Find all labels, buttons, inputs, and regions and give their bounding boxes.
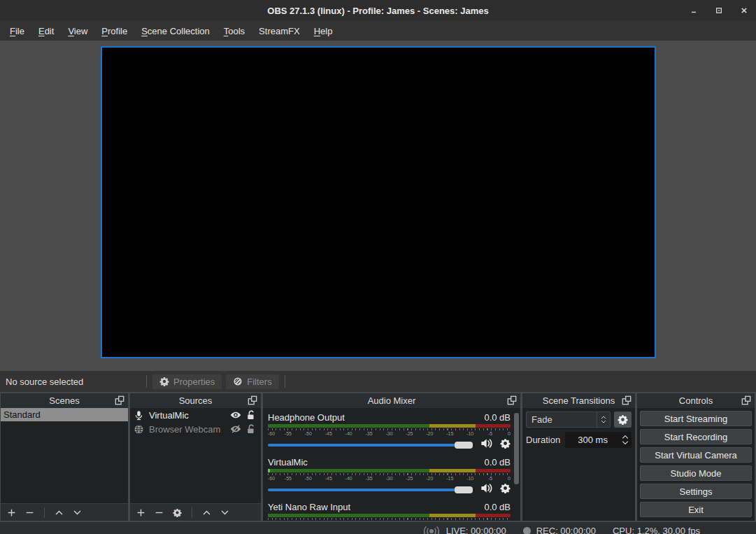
- volume-slider-handle[interactable]: [455, 442, 473, 449]
- start-recording-button[interactable]: Start Recording: [640, 429, 752, 444]
- duration-spinbox[interactable]: 300 ms: [565, 432, 632, 448]
- popout-icon[interactable]: [741, 395, 751, 405]
- source-name: Browser Webcam: [149, 424, 225, 435]
- transition-selected-value: Fade: [527, 414, 597, 425]
- meter-tick-label: -55: [285, 520, 292, 521]
- meter-tick-label: -10: [466, 430, 473, 437]
- sources-list: VirtualMic Browser Webcam: [130, 408, 261, 503]
- lock-open-icon[interactable]: [246, 423, 257, 435]
- scenes-list: Standard: [1, 408, 128, 503]
- channel-volume-db: 0.0 dB: [484, 502, 511, 512]
- filter-icon: [233, 377, 243, 386]
- globe-icon: [134, 424, 144, 435]
- duration-value: 300 ms: [565, 435, 620, 445]
- toolbar-divider: [44, 507, 45, 518]
- meter-tick-label: -45: [325, 430, 332, 437]
- meter-tick-label: -55: [285, 475, 292, 482]
- channel-gear-icon[interactable]: [500, 483, 511, 496]
- meter-tick-label: -60: [268, 430, 275, 437]
- popout-icon[interactable]: [248, 395, 257, 405]
- speaker-icon[interactable]: [480, 482, 493, 498]
- lock-open-icon[interactable]: [246, 409, 257, 421]
- menu-edit[interactable]: Edit: [31, 23, 61, 39]
- channel-gear-icon[interactable]: [500, 438, 511, 451]
- controls-body: Start Streaming Start Recording Start Vi…: [637, 408, 755, 521]
- scene-transitions-body: Fade Duration 300 ms: [522, 408, 635, 521]
- meter-tick-label: -5: [488, 520, 492, 521]
- menu-tools[interactable]: Tools: [217, 23, 252, 39]
- scenes-panel-header: Scenes: [1, 393, 128, 408]
- visibility-eye-off-icon[interactable]: [230, 423, 241, 435]
- menu-scene-collection[interactable]: Scene Collection: [134, 23, 217, 39]
- combobox-arrows-icon: [597, 416, 610, 423]
- meter-tick-label: -25: [406, 520, 413, 521]
- meter-tick-label: -60: [268, 520, 275, 521]
- sources-panel-title: Sources: [179, 395, 213, 406]
- menu-streamfx[interactable]: StreamFX: [252, 23, 307, 39]
- meter-scale: -60-55-50-45-40-35-30-25-20-15-10-50: [268, 475, 511, 482]
- toolbar-separator: [285, 375, 285, 388]
- source-item-browser-webcam[interactable]: Browser Webcam: [130, 422, 261, 436]
- meter-tick-label: 0: [508, 430, 511, 437]
- add-source-icon[interactable]: [136, 508, 145, 517]
- menu-profile[interactable]: Profile: [94, 23, 134, 39]
- preview-canvas[interactable]: [101, 46, 656, 358]
- add-scene-icon[interactable]: [7, 508, 16, 517]
- settings-button[interactable]: Settings: [640, 484, 752, 499]
- meter-tick-label: -50: [305, 520, 312, 521]
- visibility-eye-icon[interactable]: [230, 409, 241, 421]
- meter-tick-label: -40: [345, 475, 352, 482]
- meter-tick-label: -35: [366, 520, 373, 521]
- volume-slider-handle[interactable]: [455, 486, 473, 493]
- meter-tick-label: -60: [268, 475, 275, 482]
- sources-panel: Sources VirtualMic Browser Webcam: [130, 393, 261, 521]
- menu-help[interactable]: Help: [307, 23, 340, 39]
- scene-item-standard[interactable]: Standard: [1, 408, 128, 421]
- titlebar: OBS 27.1.3 (linux) - Profile: James - Sc…: [0, 0, 756, 21]
- move-scene-up-icon[interactable]: [55, 508, 64, 517]
- minimize-icon[interactable]: [689, 6, 699, 15]
- transition-select[interactable]: Fade: [526, 412, 611, 428]
- maximize-icon[interactable]: [714, 6, 724, 15]
- exit-button[interactable]: Exit: [640, 502, 752, 517]
- move-source-down-icon[interactable]: [220, 508, 229, 517]
- popout-icon[interactable]: [622, 395, 632, 405]
- meter-scale: -60-55-50-45-40-35-30-25-20-15-10-50: [268, 520, 511, 521]
- duration-label: Duration: [526, 435, 560, 445]
- volume-slider[interactable]: [268, 441, 473, 449]
- meter-tick-label: -20: [426, 475, 433, 482]
- speaker-icon[interactable]: [480, 437, 493, 453]
- source-properties-gear-icon[interactable]: [173, 508, 182, 517]
- volume-slider[interactable]: [268, 486, 473, 494]
- remove-source-icon[interactable]: [155, 508, 164, 517]
- move-source-up-icon[interactable]: [202, 508, 211, 517]
- source-item-virtualmic[interactable]: VirtualMic: [130, 408, 261, 422]
- move-scene-down-icon[interactable]: [73, 508, 82, 517]
- remove-scene-icon[interactable]: [25, 508, 34, 517]
- audio-mixer-body: Headphone Output 0.0 dB -60-55-50-45-40-…: [263, 408, 520, 521]
- channel-name: VirtualMic: [268, 457, 308, 468]
- filters-button-label: Filters: [247, 377, 271, 387]
- filters-button[interactable]: Filters: [226, 374, 278, 389]
- start-virtual-camera-button[interactable]: Start Virtual Camera: [640, 447, 752, 463]
- transition-properties-button[interactable]: [614, 412, 632, 428]
- close-icon[interactable]: [739, 6, 749, 15]
- studio-mode-button[interactable]: Studio Mode: [640, 465, 752, 481]
- popout-icon[interactable]: [115, 395, 124, 405]
- menubar: File Edit View Profile Scene Collection …: [0, 21, 756, 41]
- volume-meter: [268, 424, 511, 428]
- meter-tick-label: -30: [385, 520, 392, 521]
- menu-view[interactable]: View: [61, 23, 94, 39]
- mixer-channel-virtualmic: VirtualMic 0.0 dB -60-55-50-45-40-35-30-…: [268, 456, 511, 495]
- menu-file[interactable]: File: [3, 23, 31, 39]
- microphone-icon: [134, 410, 144, 421]
- properties-button[interactable]: Properties: [152, 374, 222, 389]
- scenes-panel: Scenes Standard: [1, 393, 128, 521]
- start-streaming-button[interactable]: Start Streaming: [640, 411, 752, 426]
- meter-tick-label: 0: [508, 475, 511, 482]
- cpu-fps-stats: CPU: 1.2%, 30.00 fps: [613, 526, 700, 534]
- spinbox-arrows-icon[interactable]: [620, 435, 632, 445]
- popout-icon[interactable]: [507, 395, 517, 405]
- mixer-scrollbar[interactable]: [514, 413, 519, 484]
- broadcast-icon: [422, 526, 441, 534]
